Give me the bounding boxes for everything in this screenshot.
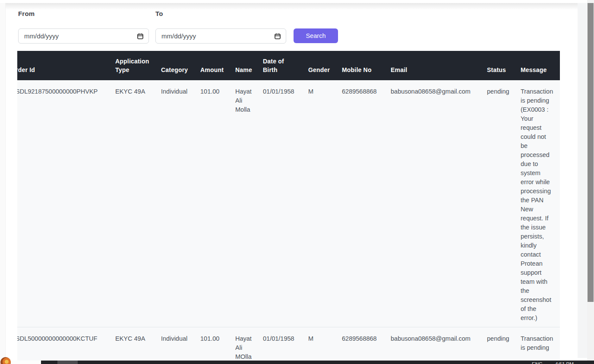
- col-header-email: Email: [390, 51, 486, 80]
- taskbar-background: [41, 361, 594, 364]
- transactions-table: Order IdApplication TypeCategoryAmountNa…: [17, 51, 560, 364]
- col-header-status: Status: [486, 51, 520, 80]
- right-rail: [578, 3, 587, 358]
- col-header-application_type: Application Type: [114, 51, 160, 80]
- to-date-label: To: [155, 10, 163, 17]
- vertical-scrollbar[interactable]: [587, 0, 594, 361]
- cell-category: Individual: [160, 327, 199, 364]
- cell-dob: 01/01/1958: [262, 80, 307, 327]
- col-header-order_id: Order Id: [17, 51, 114, 80]
- calendar-icon[interactable]: [137, 33, 144, 40]
- taskbar: ENG 4:51 PM: [0, 361, 594, 364]
- cell-email: babusona08658@gmail.com: [390, 327, 486, 364]
- cell-mobile: 6289568868: [341, 80, 390, 327]
- col-header-name: Name: [234, 51, 262, 80]
- taskbar-browser-icon[interactable]: [0, 357, 11, 364]
- cell-amount: 101.00: [199, 80, 234, 327]
- cell-message: Transaction is pending (EX0003 : Your re…: [520, 80, 560, 327]
- col-header-category: Category: [160, 51, 199, 80]
- cell-gender: M: [307, 80, 341, 327]
- cell-mobile: 6289568868: [341, 327, 390, 364]
- header-shadow: [6, 3, 578, 10]
- cell-message: Transaction is pending: [520, 327, 560, 364]
- col-header-gender: Gender: [307, 51, 341, 80]
- taskbar-clock[interactable]: 4:51 PM: [555, 361, 574, 364]
- cell-status: pending: [486, 80, 520, 327]
- taskbar-active-app[interactable]: [57, 361, 78, 364]
- cell-application_type: EKYC 49A: [114, 80, 160, 327]
- from-date-label: From: [18, 10, 35, 17]
- cell-name: Hayat Ali Molla: [234, 80, 262, 327]
- col-header-amount: Amount: [199, 51, 234, 80]
- table-header-row: Order IdApplication TypeCategoryAmountNa…: [17, 51, 560, 80]
- taskbar-language[interactable]: ENG: [532, 361, 543, 364]
- calendar-icon[interactable]: [274, 33, 281, 40]
- table-row: SDL50000000000000KCTUFEKYC 49AIndividual…: [17, 327, 560, 364]
- cell-order_id: SDL92187500000000PHVKP: [17, 80, 114, 327]
- col-header-message: Message: [520, 51, 560, 80]
- cell-dob: 01/01/1958: [262, 327, 307, 364]
- page-left-gutter: [0, 3, 6, 361]
- cell-order_id: SDL50000000000000KCTUF: [17, 327, 114, 364]
- cell-email: babusona08658@gmail.com: [390, 80, 486, 327]
- col-header-dob: Date of Birth: [262, 51, 307, 80]
- scrollbar-thumb[interactable]: [588, 3, 594, 302]
- cell-name: Hayat Ali MOlla: [234, 327, 262, 364]
- cell-gender: M: [307, 327, 341, 364]
- search-button[interactable]: Search: [294, 28, 338, 43]
- to-date-input[interactable]: [156, 29, 286, 43]
- col-header-mobile: Mobile No: [341, 51, 390, 80]
- cell-category: Individual: [160, 80, 199, 327]
- from-date-input[interactable]: [19, 29, 148, 43]
- cell-application_type: EKYC 49A: [114, 327, 160, 364]
- cell-amount: 101.00: [199, 327, 234, 364]
- from-date-field[interactable]: [18, 28, 149, 44]
- cell-status: pending: [486, 327, 520, 364]
- to-date-field[interactable]: [155, 28, 286, 44]
- table-row: SDL92187500000000PHVKPEKYC 49AIndividual…: [17, 80, 560, 327]
